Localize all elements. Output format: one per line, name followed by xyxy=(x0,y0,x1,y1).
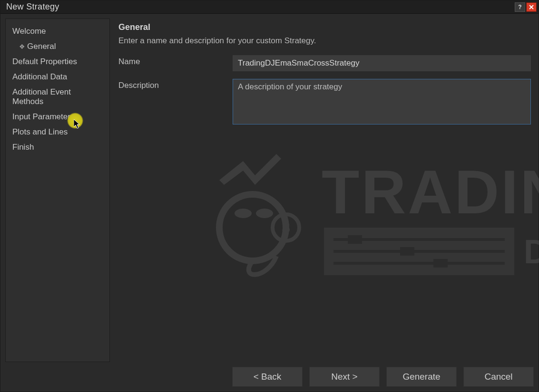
svg-text:?: ? xyxy=(518,4,521,10)
next-button[interactable]: Next > xyxy=(309,367,380,387)
wizard-footer: < Back Next > Generate Cancel xyxy=(0,367,539,392)
name-input[interactable] xyxy=(233,55,531,71)
description-input[interactable] xyxy=(233,79,531,124)
sidebar-item-additional-event-methods[interactable]: Additional Event Methods xyxy=(6,85,109,109)
wizard-window: New Strategy ? Welcome ❖General Default … xyxy=(0,0,539,392)
wizard-body: Welcome ❖General Default Properties Addi… xyxy=(0,14,539,367)
sidebar-item-label: General xyxy=(27,42,56,51)
window-title: New Strategy xyxy=(6,2,515,12)
svg-rect-13 xyxy=(400,247,414,256)
back-button[interactable]: < Back xyxy=(232,367,303,387)
form-row-name: Name xyxy=(118,55,531,71)
svg-rect-12 xyxy=(348,235,362,244)
sidebar-item-plots-and-lines[interactable]: Plots and Lines xyxy=(6,124,109,140)
svg-rect-8 xyxy=(324,228,514,275)
titlebar: New Strategy ? xyxy=(0,0,539,14)
sidebar-item-finish[interactable]: Finish xyxy=(6,140,109,155)
help-button[interactable]: ? xyxy=(515,2,525,12)
cancel-button[interactable]: Cancel xyxy=(463,367,534,387)
form-row-description: Description xyxy=(118,79,531,126)
svg-rect-14 xyxy=(433,259,448,268)
close-button[interactable] xyxy=(526,2,537,12)
wizard-sidebar: Welcome ❖General Default Properties Addi… xyxy=(5,19,110,362)
svg-point-6 xyxy=(273,214,299,241)
sidebar-item-input-parameters[interactable]: Input Parameters xyxy=(6,109,109,124)
description-field-container xyxy=(233,79,531,126)
page-subheading: Enter a name and description for your cu… xyxy=(118,36,531,46)
svg-point-4 xyxy=(235,209,252,218)
svg-point-3 xyxy=(219,194,286,261)
watermark-text-dj: DJ xyxy=(524,233,539,270)
name-field-container xyxy=(233,55,531,71)
wizard-main: General Enter a name and description for… xyxy=(115,19,534,362)
help-icon: ? xyxy=(517,4,523,10)
name-label: Name xyxy=(118,55,233,67)
sidebar-item-general[interactable]: ❖General xyxy=(6,39,109,54)
description-label: Description xyxy=(118,79,233,90)
bullet-icon: ❖ xyxy=(19,43,25,50)
sidebar-item-additional-data[interactable]: Additional Data xyxy=(6,69,109,85)
svg-point-5 xyxy=(256,209,273,218)
page-heading: General xyxy=(118,22,531,32)
svg-text:$: $ xyxy=(282,220,290,235)
titlebar-buttons: ? xyxy=(515,2,537,12)
close-icon xyxy=(528,4,535,10)
sidebar-item-default-properties[interactable]: Default Properties xyxy=(6,54,109,69)
watermark-logo: $ TRADING DJ xyxy=(210,147,539,280)
generate-button[interactable]: Generate xyxy=(386,367,457,387)
watermark-text-trading: TRADING xyxy=(322,157,539,227)
sidebar-item-welcome[interactable]: Welcome xyxy=(6,24,109,39)
